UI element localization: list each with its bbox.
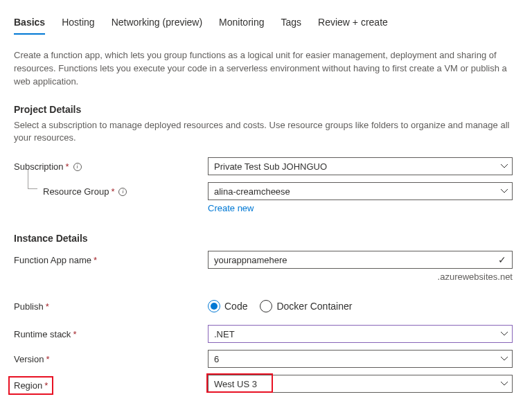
tabs-bar: Basics Hosting Networking (preview) Moni…: [14, 0, 518, 35]
resource-group-select[interactable]: alina-creamcheese: [208, 182, 513, 200]
version-select[interactable]: 6: [208, 350, 513, 368]
version-label: Version*: [14, 350, 208, 364]
chevron-down-icon: [501, 189, 508, 193]
region-label-wrap: Region*: [14, 375, 208, 395]
tab-tags[interactable]: Tags: [281, 17, 301, 35]
intro-text: Create a function app, which lets you gr…: [14, 49, 518, 89]
publish-radio-group: Code Docker Container: [208, 297, 513, 312]
publish-docker-radio[interactable]: Docker Container: [260, 300, 352, 312]
resource-group-label: Resource Group* i: [14, 182, 208, 197]
project-details-title: Project Details: [14, 104, 518, 115]
chevron-down-icon: [501, 382, 508, 386]
tab-monitoring[interactable]: Monitoring: [219, 17, 264, 35]
appname-input[interactable]: yourappnamehere ✓: [208, 251, 513, 269]
chevron-down-icon: [501, 357, 508, 361]
project-details-desc: Select a subscription to manage deployed…: [14, 119, 518, 145]
tab-basics[interactable]: Basics: [14, 17, 45, 35]
tab-hosting[interactable]: Hosting: [62, 17, 94, 35]
subscription-select[interactable]: Private Test Sub JOHNGUO: [208, 157, 513, 175]
region-highlight: Region*: [8, 376, 53, 395]
publish-label: Publish*: [14, 297, 208, 312]
chevron-down-icon: [501, 164, 508, 168]
subscription-label: Subscription* i: [14, 157, 208, 172]
chevron-down-icon: [501, 332, 508, 336]
tab-networking[interactable]: Networking (preview): [112, 17, 202, 35]
appname-label: Function App name*: [14, 251, 208, 265]
tree-connector: [28, 170, 37, 189]
checkmark-icon: ✓: [498, 254, 506, 265]
region-select[interactable]: West US 3: [208, 375, 513, 393]
info-icon[interactable]: i: [118, 188, 127, 196]
info-icon[interactable]: i: [73, 163, 82, 171]
instance-details-title: Instance Details: [14, 233, 518, 244]
create-new-link[interactable]: Create new: [208, 203, 254, 213]
runtime-label: Runtime stack*: [14, 325, 208, 339]
tab-review[interactable]: Review + create: [318, 17, 388, 35]
publish-code-radio[interactable]: Code: [208, 300, 247, 312]
appname-suffix: .azurewebsites.net: [208, 272, 513, 282]
runtime-select[interactable]: .NET: [208, 325, 513, 343]
